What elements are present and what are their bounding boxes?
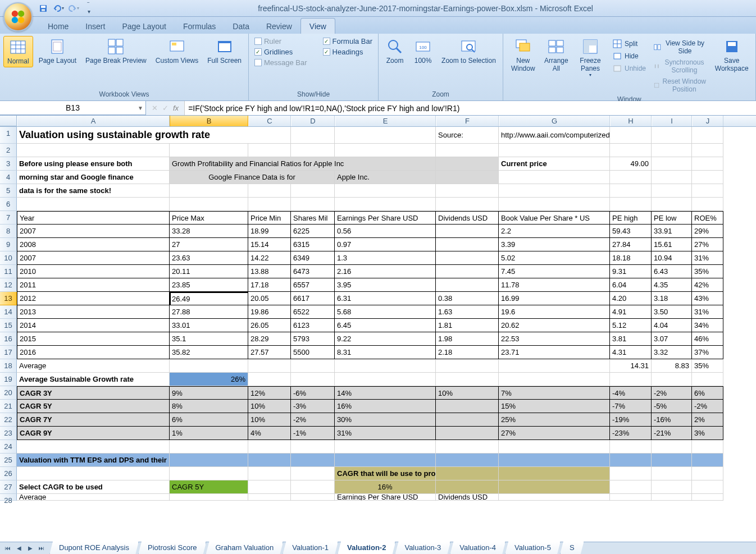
cell-D13[interactable]: 6617 xyxy=(291,292,335,305)
row-header-6[interactable]: 6 xyxy=(0,198,17,211)
cell-G10[interactable]: 5.02 xyxy=(499,251,610,265)
cell-J7[interactable]: ROE% xyxy=(692,211,723,225)
cell-C20[interactable]: 12% xyxy=(248,386,291,400)
cell-D19[interactable] xyxy=(291,373,335,386)
cell-E22[interactable]: 30% xyxy=(335,413,436,427)
tab-home[interactable]: Home xyxy=(39,19,77,34)
cell-H5[interactable] xyxy=(610,184,652,198)
cell-G28[interactable] xyxy=(499,494,610,501)
cell-B11[interactable]: 20.11 xyxy=(170,265,248,278)
cell-I7[interactable]: PE low xyxy=(652,211,692,225)
cell-A20[interactable]: CAGR 3Y xyxy=(17,386,170,400)
cell-J28[interactable] xyxy=(692,494,723,501)
office-button[interactable] xyxy=(3,2,33,31)
cell-B26[interactable] xyxy=(170,467,248,480)
cell-B13[interactable]: 26.49 xyxy=(170,292,248,305)
cell-B5[interactable] xyxy=(170,184,248,198)
freeze-panes-button[interactable]: Freeze Panes▾ xyxy=(573,36,608,79)
cell-F7[interactable]: Dividends USD xyxy=(436,211,499,225)
cell-H8[interactable]: 59.43 xyxy=(610,225,652,238)
next-sheet-icon[interactable]: ▶ xyxy=(25,543,35,553)
cell-A16[interactable]: 2015 xyxy=(17,332,170,346)
cell-B12[interactable]: 23.85 xyxy=(170,278,248,292)
column-header-I[interactable]: I xyxy=(652,116,692,126)
cell-G1[interactable]: http://www.aaii.com/computerized-investi… xyxy=(499,127,610,144)
cell-B25[interactable] xyxy=(170,454,248,467)
cell-G12[interactable]: 11.78 xyxy=(499,278,610,292)
cell-F21[interactable] xyxy=(436,400,499,413)
cell-B19[interactable]: 26% xyxy=(170,373,248,386)
cell-G27[interactable] xyxy=(499,480,610,494)
row-header-26[interactable]: 26 xyxy=(0,467,17,480)
cell-A19[interactable]: Average Sustainable Growth rate xyxy=(17,373,170,386)
row-header-14[interactable]: 14 xyxy=(0,305,17,319)
cell-I14[interactable]: 3.50 xyxy=(652,305,692,319)
cell-E15[interactable]: 6.45 xyxy=(335,319,436,332)
cell-E4[interactable]: Apple Inc. xyxy=(335,171,436,184)
cell-C21[interactable]: 10% xyxy=(248,400,291,413)
cell-A7[interactable]: Year xyxy=(17,211,170,225)
cell-G6[interactable] xyxy=(499,198,610,211)
cell-D14[interactable]: 6522 xyxy=(291,305,335,319)
cell-C10[interactable]: 14.22 xyxy=(248,251,291,265)
cell-J23[interactable]: 3% xyxy=(692,427,723,440)
cell-J16[interactable]: 46% xyxy=(692,332,723,346)
cell-I25[interactable] xyxy=(652,454,692,467)
cell-D7[interactable]: Shares Mil xyxy=(291,211,335,225)
zoom-100-button[interactable]: 100100% xyxy=(410,36,436,66)
cell-C28[interactable] xyxy=(248,494,291,501)
cell-J12[interactable]: 42% xyxy=(692,278,723,292)
cell-A24[interactable] xyxy=(17,440,170,454)
cell-J13[interactable]: 43% xyxy=(692,292,723,305)
zoom-button[interactable]: Zoom xyxy=(382,36,408,66)
cell-A2[interactable] xyxy=(17,144,170,157)
cell-D24[interactable] xyxy=(291,440,335,454)
cell-E6[interactable] xyxy=(335,198,436,211)
cell-D6[interactable] xyxy=(291,198,335,211)
sheet-tab-dupont-roe-analysis[interactable]: Dupont ROE Analysis xyxy=(49,542,139,554)
cell-D23[interactable]: -1% xyxy=(291,427,335,440)
cell-G7[interactable]: Book Value Per Share * US xyxy=(499,211,610,225)
cell-F19[interactable] xyxy=(436,373,499,386)
cell-J2[interactable] xyxy=(692,144,723,157)
save-workspace-button[interactable]: Save Workspace xyxy=(711,36,752,74)
fx-icon[interactable]: fx xyxy=(173,104,179,112)
cell-I6[interactable] xyxy=(652,198,692,211)
cell-G11[interactable]: 7.45 xyxy=(499,265,610,278)
cell-D21[interactable]: -3% xyxy=(291,400,335,413)
cell-G5[interactable] xyxy=(499,184,610,198)
first-sheet-icon[interactable]: ⏮ xyxy=(3,543,13,553)
cancel-icon[interactable]: ✕ xyxy=(152,104,158,112)
cell-I22[interactable]: -16% xyxy=(652,413,692,427)
cell-E27[interactable]: 16% xyxy=(335,480,436,494)
row-header-7[interactable]: 7 xyxy=(0,211,17,225)
page-break-button[interactable]: Page Break Preview xyxy=(82,36,150,66)
cell-D15[interactable]: 6123 xyxy=(291,319,335,332)
cell-A9[interactable]: 2008 xyxy=(17,238,170,251)
cell-J9[interactable]: 27% xyxy=(692,238,723,251)
sheet-tab-piotroski-score[interactable]: Piotroski Score xyxy=(138,542,206,554)
cell-D27[interactable] xyxy=(291,480,335,494)
cell-B28[interactable] xyxy=(170,494,248,501)
row-header-20[interactable]: 20 xyxy=(0,386,17,400)
cell-B17[interactable]: 35.82 xyxy=(170,346,248,359)
last-sheet-icon[interactable]: ⏭ xyxy=(37,543,47,553)
cell-J25[interactable] xyxy=(692,454,723,467)
cell-E9[interactable]: 0.97 xyxy=(335,238,436,251)
column-header-F[interactable]: F xyxy=(436,116,499,126)
cell-E16[interactable]: 9.22 xyxy=(335,332,436,346)
column-header-D[interactable]: D xyxy=(291,116,335,126)
split-button[interactable]: Split xyxy=(610,38,649,49)
cell-F15[interactable]: 1.81 xyxy=(436,319,499,332)
chevron-down-icon[interactable]: ▼ xyxy=(138,105,143,111)
cell-F3[interactable] xyxy=(436,157,499,171)
cell-A28[interactable]: Average xyxy=(17,494,170,501)
cell-C8[interactable]: 18.99 xyxy=(248,225,291,238)
cell-H25[interactable] xyxy=(610,454,652,467)
cell-I26[interactable] xyxy=(652,467,692,480)
row-header-23[interactable]: 23 xyxy=(0,427,17,440)
cell-C9[interactable]: 15.14 xyxy=(248,238,291,251)
cell-C19[interactable] xyxy=(248,373,291,386)
cell-G2[interactable] xyxy=(499,144,610,157)
cell-C16[interactable]: 28.29 xyxy=(248,332,291,346)
